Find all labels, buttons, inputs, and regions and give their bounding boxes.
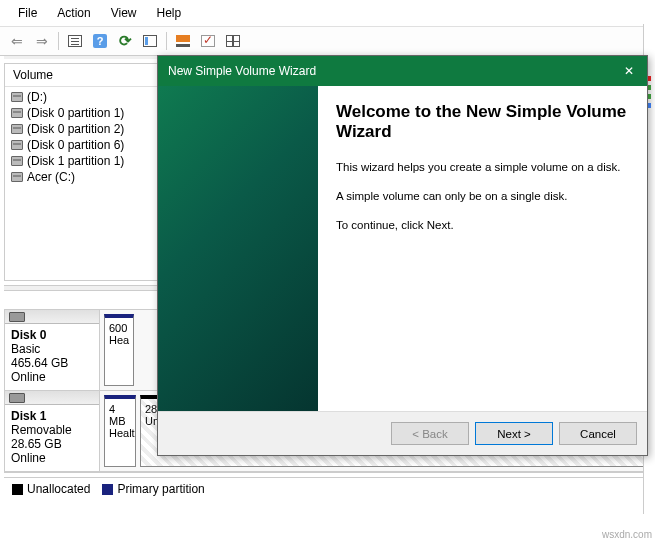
wizard-heading: Welcome to the New Simple Volume Wizard <box>336 102 629 142</box>
list-view-button[interactable] <box>139 30 161 52</box>
volume-icon <box>11 92 23 102</box>
disk-type: Basic <box>11 342 93 356</box>
wizard-back-button: < Back <box>391 422 469 445</box>
check-button[interactable] <box>197 30 219 52</box>
disk-size: 28.65 GB <box>11 437 93 451</box>
wizard-text: To continue, click Next. <box>336 218 629 233</box>
wizard-next-button[interactable]: Next > <box>475 422 553 445</box>
wizard-titlebar[interactable]: New Simple Volume Wizard <box>158 56 647 86</box>
partition-size: 4 MB <box>109 403 131 427</box>
volume-label: Acer (C:) <box>27 170 75 184</box>
menu-file[interactable]: File <box>8 2 47 24</box>
disk-status: Online <box>11 370 93 384</box>
volume-icon <box>11 124 23 134</box>
wizard-title-text: New Simple Volume Wizard <box>168 64 316 78</box>
disk-size: 465.64 GB <box>11 356 93 370</box>
partition-status: Healt <box>109 427 131 439</box>
volume-label: (Disk 1 partition 1) <box>27 154 124 168</box>
volume-label: (Disk 0 partition 2) <box>27 122 124 136</box>
wizard-text: This wizard helps you create a simple vo… <box>336 160 629 175</box>
legend: Unallocated Primary partition <box>4 477 651 500</box>
disk-drive-icon <box>9 393 25 403</box>
wizard-cancel-button[interactable]: Cancel <box>559 422 637 445</box>
wizard-close-button[interactable] <box>621 63 637 79</box>
partition[interactable]: 4 MB Healt <box>104 395 136 467</box>
volume-icon <box>11 108 23 118</box>
settings-icon <box>176 35 190 47</box>
settings-button[interactable] <box>172 30 194 52</box>
refresh-button[interactable] <box>114 30 136 52</box>
toolbar: ? <box>0 27 655 56</box>
partition-status: Hea <box>109 334 129 346</box>
disk-type: Removable <box>11 423 93 437</box>
wizard-button-row: < Back Next > Cancel <box>158 411 647 455</box>
menu-view[interactable]: View <box>101 2 147 24</box>
wizard-content: Welcome to the New Simple Volume Wizard … <box>318 86 647 411</box>
list-icon <box>143 35 157 47</box>
menu-help[interactable]: Help <box>147 2 192 24</box>
help-button[interactable]: ? <box>89 30 111 52</box>
legend-primary: Primary partition <box>102 482 204 496</box>
toolbar-separator <box>58 32 59 50</box>
help-icon: ? <box>93 34 107 48</box>
disk-info[interactable]: Disk 0 Basic 465.64 GB Online <box>5 310 100 390</box>
volume-label: (Disk 0 partition 6) <box>27 138 124 152</box>
watermark: wsxdn.com <box>602 529 652 540</box>
nav-back-button[interactable] <box>6 30 28 52</box>
disk-status: Online <box>11 451 93 465</box>
partition[interactable]: 600 Hea <box>104 314 134 386</box>
toolbar-separator <box>166 32 167 50</box>
new-simple-volume-wizard: New Simple Volume Wizard Welcome to the … <box>157 55 648 456</box>
disk-info[interactable]: Disk 1 Removable 28.65 GB Online <box>5 391 100 471</box>
menu-bar: File Action View Help <box>0 0 655 27</box>
partition-size: 600 <box>109 322 129 334</box>
arrow-left-icon <box>11 33 23 49</box>
properties-button[interactable] <box>64 30 86 52</box>
disk-name: Disk 1 <box>11 409 93 423</box>
menu-action[interactable]: Action <box>47 2 100 24</box>
disk-drive-icon <box>9 312 25 322</box>
wizard-text: A simple volume can only be on a single … <box>336 189 629 204</box>
properties-icon <box>68 35 82 47</box>
legend-unallocated: Unallocated <box>12 482 90 496</box>
volume-icon <box>11 156 23 166</box>
swatch-blue-icon <box>102 484 113 495</box>
wizard-sidebar-graphic <box>158 86 318 411</box>
arrow-right-icon <box>36 33 48 49</box>
volume-icon <box>11 172 23 182</box>
nav-forward-button[interactable] <box>31 30 53 52</box>
check-icon <box>201 35 215 47</box>
disk-name: Disk 0 <box>11 328 93 342</box>
volume-label: (D:) <box>27 90 47 104</box>
grid-button[interactable] <box>222 30 244 52</box>
volume-label: (Disk 0 partition 1) <box>27 106 124 120</box>
refresh-icon <box>119 32 132 50</box>
grid-icon <box>226 35 240 47</box>
volume-icon <box>11 140 23 150</box>
swatch-black-icon <box>12 484 23 495</box>
